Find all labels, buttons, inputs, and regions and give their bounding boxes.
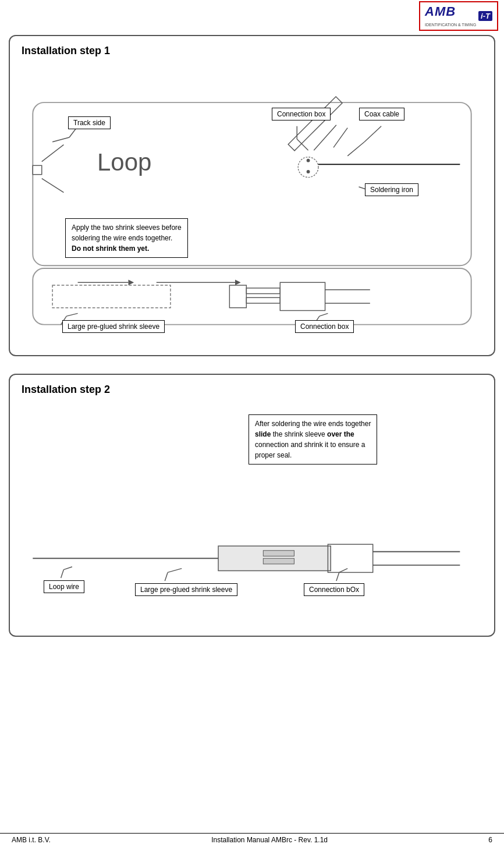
svg-line-3 xyxy=(52,137,69,142)
footer-left: AMB i.t. B.V. xyxy=(12,836,51,844)
step2-connection-box-label: Connection bOx xyxy=(304,583,364,596)
footer: AMB i.t. B.V. Installation Manual AMBrc … xyxy=(0,833,504,846)
svg-line-5 xyxy=(297,139,308,150)
svg-rect-18 xyxy=(33,268,471,325)
svg-line-42 xyxy=(63,567,72,570)
footer-right: 6 xyxy=(488,836,492,844)
step2-box: Installation step 2 xyxy=(9,374,495,637)
soldering-iron-label: Soldering iron xyxy=(365,183,418,196)
step2-large-sleeve-label: Large pre-glued shrink sleeve xyxy=(135,583,237,596)
after-note-label: After soldering the wire ends together s… xyxy=(249,414,377,464)
svg-line-29 xyxy=(320,313,328,316)
svg-marker-15 xyxy=(129,279,134,285)
step1-title: Installation step 1 xyxy=(22,45,482,57)
svg-line-33 xyxy=(333,128,347,148)
svg-rect-36 xyxy=(263,551,294,556)
apply-note-label: Apply the two shrink sleeves before sold… xyxy=(65,218,188,258)
svg-line-30 xyxy=(42,145,64,162)
svg-rect-20 xyxy=(229,285,246,308)
svg-marker-17 xyxy=(235,279,241,285)
svg-rect-23 xyxy=(280,282,325,310)
svg-rect-19 xyxy=(52,285,171,308)
step1-diagram: Track side Connection box Coax cable Loo… xyxy=(22,64,482,343)
svg-line-7 xyxy=(347,142,364,156)
loop-label: Loop xyxy=(97,148,151,176)
svg-point-11 xyxy=(307,159,310,162)
svg-rect-22 xyxy=(246,297,280,303)
main-content: Installation step 1 xyxy=(0,29,504,660)
track-side-label: Track side xyxy=(68,116,111,129)
svg-line-44 xyxy=(168,569,182,573)
coax-cable-label: Coax cable xyxy=(359,108,404,120)
svg-line-27 xyxy=(66,313,77,316)
large-sleeve-label: Large pre-glued shrink sleeve xyxy=(62,320,165,333)
svg-line-46 xyxy=(339,569,347,573)
footer-center: Installation Manual AMBrc - Rev. 1.1d xyxy=(211,836,328,844)
svg-rect-38 xyxy=(328,544,372,572)
connection-box-top-label: Connection box xyxy=(272,108,331,120)
connection-box-bottom-label: Connection box xyxy=(295,320,354,333)
logo-text: AMB xyxy=(425,4,456,19)
step2-title: Installation step 2 xyxy=(22,384,482,396)
logo: AMB IDENTIFICATION & TIMING i-T xyxy=(417,5,498,27)
svg-line-31 xyxy=(42,179,64,193)
svg-rect-9 xyxy=(288,97,342,151)
svg-rect-37 xyxy=(263,558,294,564)
step2-diagram: After soldering the wire ends together s… xyxy=(22,403,482,624)
svg-line-41 xyxy=(61,570,64,578)
svg-line-43 xyxy=(165,572,168,580)
svg-rect-1 xyxy=(33,165,41,174)
loop-wire-label: Loop wire xyxy=(44,580,84,593)
step1-box: Installation step 1 xyxy=(9,35,495,356)
svg-line-32 xyxy=(314,125,336,150)
svg-line-6 xyxy=(364,126,381,142)
logo-sub: IDENTIFICATION & TIMING xyxy=(425,23,476,27)
svg-rect-21 xyxy=(246,288,280,294)
svg-point-12 xyxy=(307,170,310,173)
svg-line-45 xyxy=(336,572,339,580)
logo-badge: i-T xyxy=(478,11,492,21)
